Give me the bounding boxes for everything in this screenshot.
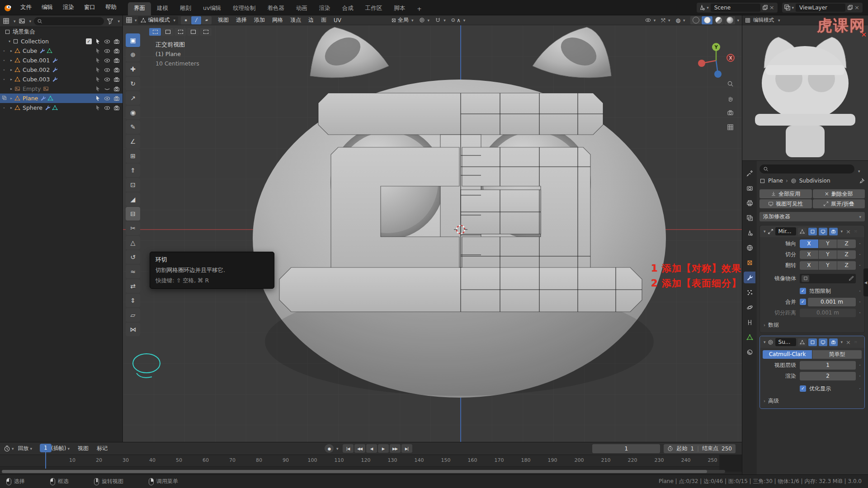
current-frame-badge[interactable]: 1 [40, 444, 52, 452]
breadcrumb-modifier[interactable]: Subdivision [799, 178, 830, 184]
scene-name-field[interactable]: Scene [711, 4, 760, 12]
expand-icon[interactable]: ▸ [8, 87, 14, 91]
menu-帮助[interactable]: 帮助 [100, 4, 122, 11]
playhead[interactable] [45, 452, 46, 469]
properties-tab-constraints[interactable] [744, 316, 755, 328]
viewport-menu-UV[interactable]: UV [330, 17, 345, 23]
expand-icon[interactable]: ▸ [8, 106, 14, 110]
copy-viewlayer-icon[interactable] [847, 5, 853, 10]
tool-move-button[interactable]: ✚ [126, 62, 140, 76]
vertex-select-button[interactable]: ▪ [181, 16, 191, 24]
end-frame-field[interactable]: 250 [722, 446, 732, 452]
bisect-row-X[interactable]: X [800, 250, 818, 259]
editor-type-icon[interactable] [3, 18, 9, 24]
select-mode-extend-button[interactable] [162, 28, 174, 36]
merge-checkbox[interactable]: ✓ [800, 299, 806, 305]
properties-tab-view-layer[interactable] [744, 212, 755, 224]
viewport-menu-边[interactable]: 边 [305, 16, 317, 24]
timeline-scrollbar[interactable] [2, 470, 725, 473]
menu-文件[interactable]: 文件 [15, 4, 37, 11]
expand-collapse-button[interactable]: 展开/折叠 [813, 199, 865, 208]
mode-selector[interactable]: 编辑模式▾ [138, 16, 179, 24]
workspace-tab-界面[interactable]: 界面 [128, 2, 151, 15]
tool-spin-button[interactable]: ↺ [126, 250, 140, 264]
wireframe-shading-button[interactable] [690, 16, 701, 24]
properties-search-input[interactable] [760, 164, 854, 174]
tool-shear-button[interactable]: ▱ [126, 308, 140, 322]
menu-窗口[interactable]: 窗口 [79, 4, 100, 11]
workspace-tab-纹理绘制[interactable]: 纹理绘制 [227, 2, 261, 15]
filter-icon[interactable] [107, 18, 113, 24]
bisect-row-Y[interactable]: Y [819, 250, 837, 259]
outliner-row-Plane[interactable]: ▸Plane [0, 94, 123, 103]
edit-mode-toggle[interactable] [798, 338, 807, 346]
outliner-search-input[interactable] [34, 17, 104, 25]
add-modifier-button[interactable]: 添加修改器▾ [760, 212, 865, 221]
outliner-row-Cube.003[interactable]: •▸Cube.003 [0, 75, 123, 84]
drag-handle-icon[interactable]: ⁙ [854, 340, 858, 344]
workspace-tab-uv编辑[interactable]: uv编辑 [197, 2, 227, 15]
realtime-toggle[interactable] [808, 228, 817, 235]
solid-shading-button[interactable] [702, 16, 712, 24]
subdivision-name-field[interactable]: Su... [775, 338, 796, 346]
apply-all-button[interactable]: 全部应用 [760, 189, 812, 198]
outliner-row-scene-collection[interactable]: 场景集合 [0, 27, 123, 37]
tool-knife-button[interactable]: ✂ [126, 221, 140, 235]
viewport-display-toggle[interactable] [819, 228, 827, 235]
current-frame-field[interactable]: 1 [592, 444, 660, 453]
viewlayer-name-field[interactable]: ViewLayer [796, 4, 845, 12]
viewport-menu-视图[interactable]: 视图 [214, 16, 232, 24]
timeline-menu-视图[interactable]: 视图 [74, 445, 93, 452]
outliner-row-Sphere[interactable]: •▸Sphere [0, 103, 123, 113]
editor-type-icon[interactable] [745, 18, 750, 23]
breadcrumb-object[interactable]: Plane [768, 178, 783, 184]
pin-icon[interactable] [859, 178, 865, 184]
mirror-object-field[interactable] [800, 274, 856, 283]
properties-tab-tool[interactable] [744, 167, 755, 179]
tool-shrink-fatten-button[interactable]: ⇕ [126, 294, 140, 307]
axis-x-neg[interactable] [698, 60, 705, 67]
data-section-toggle[interactable]: ›数据 [764, 321, 864, 329]
properties-tab-material[interactable] [744, 346, 755, 358]
snap-toggle[interactable]: ▾ [435, 17, 446, 23]
jump-start-button[interactable]: |◀ [343, 444, 354, 453]
properties-tab-physics[interactable] [744, 301, 755, 313]
workspace-tab-合成[interactable]: 合成 [336, 2, 359, 15]
collection-checkbox[interactable]: ✓ [86, 38, 92, 44]
pivot-selector[interactable]: ▾ [419, 17, 430, 23]
workspace-tab-渲染[interactable]: 渲染 [313, 2, 336, 15]
camera-view-icon[interactable] [724, 107, 736, 118]
axis-row-Y[interactable]: Y [819, 239, 837, 248]
expand-icon[interactable]: ▸ [8, 58, 14, 62]
tool-loop-cut-button[interactable]: ⊟ [126, 207, 140, 221]
display-mode-icon[interactable] [19, 18, 25, 24]
proportional-editing-toggle[interactable]: ⊙∧▾ [451, 17, 466, 23]
expand-icon[interactable]: ▸ [8, 68, 14, 72]
mini-axis-x-icon[interactable]: ✕ [861, 31, 867, 39]
flip-row-X[interactable]: X [800, 261, 818, 270]
copy-scene-icon[interactable] [762, 5, 768, 10]
extras-dropdown-icon[interactable]: ▾ [841, 229, 843, 234]
remove-modifier-icon[interactable]: × [844, 339, 852, 346]
select-mode-invert-button[interactable] [187, 28, 199, 36]
render-toggle[interactable] [829, 228, 838, 235]
tool-smooth-button[interactable]: ≈ [126, 265, 140, 278]
editor-type-icon[interactable] [4, 445, 10, 452]
workspace-tab-工作区[interactable]: 工作区 [359, 2, 388, 15]
mirror-modifier-header[interactable]: ▾ Mir... ▾ × ⁙ [760, 225, 864, 237]
render-toggle[interactable] [829, 338, 838, 346]
workspace-tab-建模[interactable]: 建模 [151, 2, 174, 15]
bisect-distance-field[interactable]: 0.001 m [800, 309, 856, 317]
zoom-tool-icon[interactable] [724, 78, 736, 89]
tool-cursor-button[interactable]: ⊕ [126, 48, 140, 61]
outliner-row-Cube[interactable]: •▸Cube [0, 46, 123, 56]
drag-handle-icon[interactable]: ⁙ [854, 229, 858, 234]
tool-edge-slide-button[interactable]: ⇄ [126, 279, 140, 293]
prev-keyframe-button[interactable]: ◀◀ [354, 444, 365, 453]
realtime-toggle[interactable] [808, 338, 817, 346]
axis-z-neg[interactable] [714, 70, 722, 78]
clipping-checkbox[interactable]: ✓ [800, 288, 806, 294]
tool-poly-build-button[interactable]: △ [126, 236, 140, 249]
tool-inset-faces-button[interactable]: ⊡ [126, 178, 140, 192]
jump-end-button[interactable]: ▶| [401, 444, 412, 453]
